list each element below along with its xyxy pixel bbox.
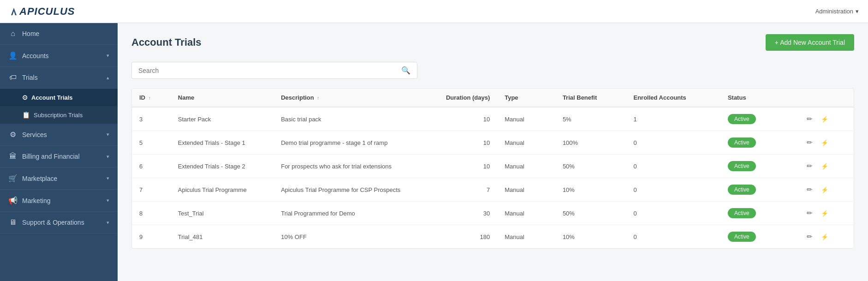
edit-icon[interactable]: ✏ xyxy=(805,185,814,195)
delete-icon[interactable]: ⚡ xyxy=(819,209,830,218)
cell-id: 9 xyxy=(132,225,171,249)
search-input[interactable] xyxy=(138,67,401,74)
account-trials-icon: ⊙ xyxy=(22,94,28,101)
table-row: 8 Test_Trial Trial Programmed for Demo 3… xyxy=(132,202,854,225)
col-header-status[interactable]: Status xyxy=(720,89,798,107)
delete-icon[interactable]: ⚡ xyxy=(819,233,830,241)
sidebar-sub-item-account-trials[interactable]: ⊙ Account Trials xyxy=(0,89,118,106)
svg-marker-0 xyxy=(11,8,17,15)
cell-actions: ✏ ⚡ xyxy=(797,155,854,178)
status-badge: Active xyxy=(728,161,756,171)
cell-duration: 7 xyxy=(415,178,497,202)
billing-icon: 🏛 xyxy=(8,152,18,161)
cell-id: 3 xyxy=(132,107,171,131)
cell-type: Manual xyxy=(497,107,555,131)
trials-chevron-icon: ▴ xyxy=(107,75,109,81)
status-badge: Active xyxy=(728,185,756,195)
sidebar-item-home[interactable]: ⌂ Home xyxy=(0,23,118,45)
table-row: 5 Extended Trials - Stage 1 Demo trial p… xyxy=(132,131,854,155)
cell-description: Demo trial programme - stage 1 of ramp xyxy=(273,131,415,155)
search-bar: 🔍 xyxy=(131,62,417,79)
cell-trial-benefit: 10% xyxy=(555,178,626,202)
col-header-id[interactable]: ID ↑ xyxy=(132,89,171,107)
sidebar-item-services[interactable]: ⚙ Services ▾ xyxy=(0,124,118,146)
cell-id: 5 xyxy=(132,131,171,155)
cell-type: Manual xyxy=(497,225,555,249)
sidebar-item-support[interactable]: 🖥 Support & Operations ▾ xyxy=(0,212,118,233)
cell-status: Active xyxy=(720,155,798,178)
marketplace-icon: 🛒 xyxy=(8,174,18,183)
cell-type: Manual xyxy=(497,155,555,178)
cell-enrolled-accounts: 1 xyxy=(626,107,720,131)
sidebar-item-marketplace[interactable]: 🛒 Marketplace ▾ xyxy=(0,167,118,190)
cell-id: 7 xyxy=(132,178,171,202)
accounts-chevron-icon: ▾ xyxy=(107,53,109,59)
main-content: Account Trials + Add New Account Trial 🔍… xyxy=(118,23,868,281)
sidebar-item-label: Services xyxy=(22,131,47,138)
sidebar-item-trials[interactable]: 🏷 Trials ▴ xyxy=(0,67,118,89)
edit-icon[interactable]: ✏ xyxy=(805,138,814,148)
cell-description: Basic trial pack xyxy=(273,107,415,131)
cell-trial-benefit: 50% xyxy=(555,202,626,225)
cell-description: 10% OFF xyxy=(273,225,415,249)
cell-actions: ✏ ⚡ xyxy=(797,107,854,131)
marketing-chevron-icon: ▾ xyxy=(107,197,109,203)
logo-text: APICULUS xyxy=(19,6,75,18)
col-header-name[interactable]: Name xyxy=(171,89,273,107)
page-header: Account Trials + Add New Account Trial xyxy=(131,34,854,51)
cell-name: Extended Trials - Stage 2 xyxy=(171,155,273,178)
table-row: 7 Apiculus Trial Programme Apiculus Tria… xyxy=(132,178,854,202)
col-header-enrolled-accounts[interactable]: Enrolled Accounts xyxy=(626,89,720,107)
cell-name: Test_Trial xyxy=(171,202,273,225)
subscription-trials-icon: 📋 xyxy=(22,111,30,119)
sidebar-sub-item-subscription-trials[interactable]: 📋 Subscription Trials xyxy=(0,106,118,124)
col-header-duration[interactable]: Duration (days) xyxy=(415,89,497,107)
id-sort-icon: ↑ xyxy=(149,96,151,101)
sidebar-item-billing[interactable]: 🏛 Billing and Financial ▾ xyxy=(0,146,118,167)
cell-trial-benefit: 5% xyxy=(555,107,626,131)
sidebar-item-label: Billing and Financial xyxy=(22,153,80,160)
edit-icon[interactable]: ✏ xyxy=(805,208,814,218)
cell-type: Manual xyxy=(497,178,555,202)
col-header-trial-benefit[interactable]: Trial Benefit xyxy=(555,89,626,107)
marketplace-chevron-icon: ▾ xyxy=(107,175,109,181)
delete-icon[interactable]: ⚡ xyxy=(819,115,830,124)
status-badge: Active xyxy=(728,114,756,124)
delete-icon[interactable]: ⚡ xyxy=(819,185,830,194)
cell-id: 8 xyxy=(132,202,171,225)
cell-name: Extended Trials - Stage 1 xyxy=(171,131,273,155)
delete-icon[interactable]: ⚡ xyxy=(819,162,830,171)
services-icon: ⚙ xyxy=(8,130,18,139)
logo: APICULUS xyxy=(9,6,75,18)
cell-name: Apiculus Trial Programme xyxy=(171,178,273,202)
cell-trial-benefit: 10% xyxy=(555,225,626,249)
status-badge: Active xyxy=(728,232,756,242)
add-account-trial-button[interactable]: + Add New Account Trial xyxy=(766,34,854,51)
edit-icon[interactable]: ✏ xyxy=(805,161,814,171)
trials-icon: 🏷 xyxy=(8,73,18,82)
edit-icon[interactable]: ✏ xyxy=(805,114,814,124)
cell-status: Active xyxy=(720,178,798,202)
support-chevron-icon: ▾ xyxy=(107,220,109,226)
delete-icon[interactable]: ⚡ xyxy=(819,138,830,147)
admin-dropdown[interactable]: Administration ▾ xyxy=(815,8,859,15)
col-header-actions xyxy=(797,89,854,107)
cell-duration: 180 xyxy=(415,225,497,249)
cell-type: Manual xyxy=(497,131,555,155)
admin-label: Administration xyxy=(815,8,853,15)
search-icon: 🔍 xyxy=(401,66,410,75)
admin-chevron-icon: ▾ xyxy=(856,8,859,15)
col-header-description[interactable]: Description ↑ xyxy=(273,89,415,107)
sidebar: ⌂ Home 👤 Accounts ▾ 🏷 Trials ▴ ⊙ Account… xyxy=(0,23,118,281)
cell-name: Starter Pack xyxy=(171,107,273,131)
sidebar-item-accounts[interactable]: 👤 Accounts ▾ xyxy=(0,45,118,67)
table-row: 3 Starter Pack Basic trial pack 10 Manua… xyxy=(132,107,854,131)
cell-actions: ✏ ⚡ xyxy=(797,131,854,155)
billing-chevron-icon: ▾ xyxy=(107,154,109,160)
edit-icon[interactable]: ✏ xyxy=(805,232,814,242)
status-badge: Active xyxy=(728,208,756,218)
sidebar-item-marketing[interactable]: 📢 Marketing ▾ xyxy=(0,190,118,212)
cell-status: Active xyxy=(720,225,798,249)
sidebar-item-label: Marketplace xyxy=(22,175,57,182)
col-header-type[interactable]: Type xyxy=(497,89,555,107)
